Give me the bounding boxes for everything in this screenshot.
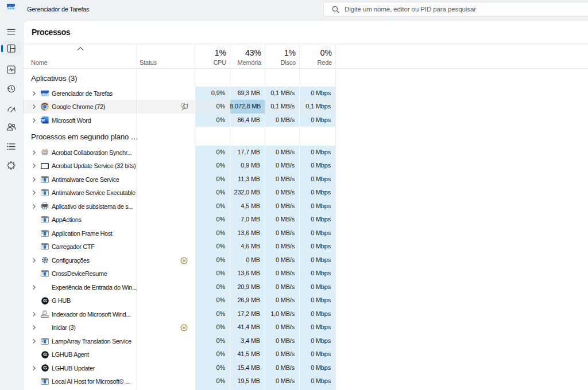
svg-text:G: G (43, 365, 47, 370)
svg-text:G: G (43, 298, 47, 303)
svg-text:W: W (41, 118, 45, 122)
svg-text:G: G (43, 352, 47, 357)
